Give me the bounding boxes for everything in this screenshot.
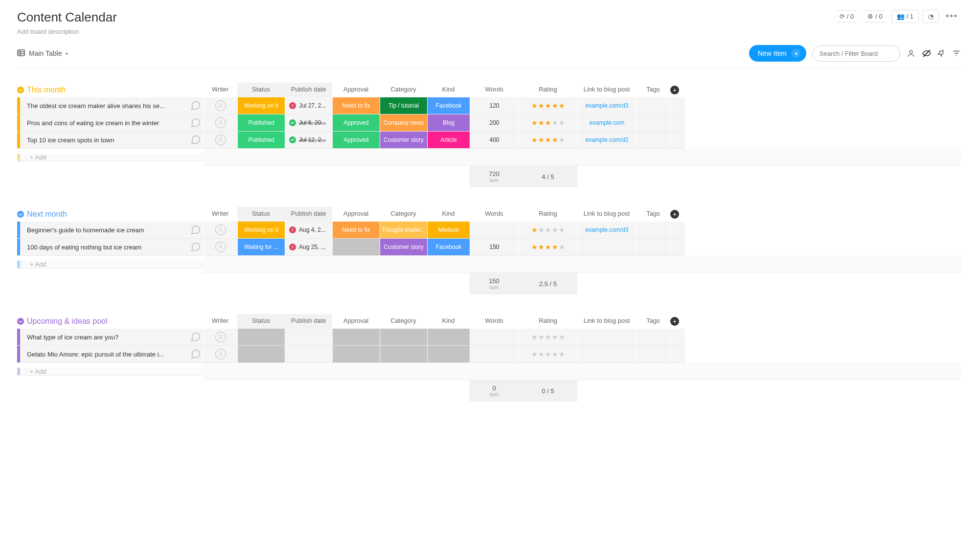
item-name[interactable]: The oldest ice cream maker alive shares … — [20, 102, 188, 110]
tags-cell[interactable] — [636, 97, 670, 114]
column-header-approval[interactable]: Approval — [332, 83, 380, 97]
column-header-publish[interactable]: Publish date — [285, 207, 332, 222]
column-header-link[interactable]: Link to blog post — [577, 207, 636, 222]
members-badge[interactable]: 👥/ 1 — [891, 10, 919, 23]
kind-cell[interactable]: Blog — [427, 114, 470, 132]
add-item-row[interactable]: + Add — [17, 149, 961, 166]
item-name[interactable]: 100 days of eating nothing but ice cream — [20, 244, 188, 251]
column-header-tags[interactable]: Tags — [636, 207, 670, 222]
words-cell[interactable]: 150 — [470, 239, 519, 256]
publish-date-cell[interactable]: !Jul 27, 2... — [285, 97, 332, 114]
pin-icon[interactable] — [937, 49, 946, 58]
activity-badge[interactable]: ◔ — [923, 10, 939, 23]
status-cell[interactable]: Published — [237, 132, 285, 149]
words-cell[interactable] — [470, 329, 519, 346]
link-cell[interactable]: example.com/d2 — [577, 132, 636, 149]
writer-cell[interactable] — [203, 132, 237, 149]
board-description[interactable]: Add board description — [17, 28, 117, 35]
writer-cell[interactable] — [203, 97, 237, 114]
column-header-publish[interactable]: Publish date — [285, 314, 332, 329]
view-switcher[interactable]: Main Table ▾ — [17, 49, 68, 58]
link-cell[interactable]: example.com — [577, 114, 636, 132]
approval-cell[interactable]: Approved — [332, 132, 380, 149]
kind-cell[interactable] — [427, 329, 470, 346]
tags-cell[interactable] — [636, 114, 670, 132]
words-cell[interactable] — [470, 346, 519, 363]
approval-cell[interactable] — [332, 239, 380, 256]
add-column-button[interactable]: + — [670, 207, 685, 222]
chat-icon[interactable] — [188, 332, 203, 342]
chat-icon[interactable] — [188, 242, 203, 252]
table-row[interactable]: The oldest ice cream maker alive shares … — [17, 97, 961, 114]
link-cell[interactable] — [577, 346, 636, 363]
approval-cell[interactable] — [332, 329, 380, 346]
writer-cell[interactable] — [203, 222, 237, 239]
status-cell[interactable]: Waiting for ... — [237, 239, 285, 256]
approval-cell[interactable]: Need to fix — [332, 222, 380, 239]
status-cell[interactable]: Published — [237, 114, 285, 132]
publish-date-cell[interactable] — [285, 329, 332, 346]
rating-cell[interactable]: ★★★★★ — [519, 132, 577, 149]
tags-cell[interactable] — [636, 329, 670, 346]
table-row[interactable]: Pros and cons of eating ice cream in the… — [17, 114, 961, 132]
column-header-writer[interactable]: Writer — [203, 314, 237, 329]
column-header-status[interactable]: Status — [237, 314, 285, 329]
chat-icon[interactable] — [188, 117, 203, 128]
kind-cell[interactable]: Facebook — [427, 239, 470, 256]
column-header-tags[interactable]: Tags — [636, 83, 670, 97]
column-header-approval[interactable]: Approval — [332, 207, 380, 222]
chat-icon[interactable] — [188, 224, 203, 235]
group-title[interactable]: This month — [27, 86, 66, 94]
writer-cell[interactable] — [203, 114, 237, 132]
table-row[interactable]: Top 10 ice cream spots in townPublished✓… — [17, 132, 961, 149]
kind-cell[interactable]: Article — [427, 132, 470, 149]
status-cell[interactable]: Working on it — [237, 222, 285, 239]
column-header-words[interactable]: Words — [470, 314, 519, 329]
item-name[interactable]: What type of ice cream are you? — [20, 334, 188, 341]
more-menu-icon[interactable]: ••• — [943, 11, 961, 22]
item-name[interactable]: Top 10 ice cream spots in town — [20, 136, 188, 144]
column-header-category[interactable]: Category — [380, 314, 427, 329]
publish-date-cell[interactable] — [285, 346, 332, 363]
column-header-approval[interactable]: Approval — [332, 314, 380, 329]
rating-cell[interactable]: ★★★★★ — [519, 346, 577, 363]
group-collapse-toggle[interactable] — [17, 87, 24, 93]
writer-cell[interactable] — [203, 239, 237, 256]
automations-badge[interactable]: ⚙/ 0 — [863, 10, 887, 22]
category-cell[interactable]: Company news — [380, 114, 427, 132]
column-header-status[interactable]: Status — [237, 207, 285, 222]
group-collapse-toggle[interactable] — [17, 211, 24, 218]
column-header-writer[interactable]: Writer — [203, 207, 237, 222]
rating-cell[interactable]: ★★★★★ — [519, 97, 577, 114]
chat-icon[interactable] — [188, 134, 203, 145]
chat-icon[interactable] — [188, 100, 203, 111]
publish-date-cell[interactable]: ✓Jul 12, 2... — [285, 132, 332, 149]
writer-cell[interactable] — [203, 346, 237, 363]
column-header-tags[interactable]: Tags — [636, 314, 670, 329]
link-cell[interactable]: example.com/d3 — [577, 222, 636, 239]
add-column-button[interactable]: + — [670, 314, 685, 329]
chat-icon[interactable] — [188, 349, 203, 359]
status-cell[interactable] — [237, 329, 285, 346]
status-cell[interactable]: Working on it — [237, 97, 285, 114]
category-cell[interactable] — [380, 329, 427, 346]
tags-cell[interactable] — [636, 239, 670, 256]
filter-icon[interactable] — [952, 49, 961, 58]
hide-icon[interactable] — [922, 48, 932, 58]
words-cell[interactable]: 120 — [470, 97, 519, 114]
column-header-kind[interactable]: Kind — [427, 314, 470, 329]
column-header-kind[interactable]: Kind — [427, 207, 470, 222]
tags-cell[interactable] — [636, 346, 670, 363]
column-header-category[interactable]: Category — [380, 207, 427, 222]
column-header-category[interactable]: Category — [380, 83, 427, 97]
item-name[interactable]: Beginner's guide to homemade ice cream — [20, 226, 188, 234]
rating-cell[interactable]: ★★★★★ — [519, 329, 577, 346]
integrations-badge[interactable]: ⟳/ 0 — [835, 10, 859, 22]
column-header-rating[interactable]: Rating — [519, 83, 577, 97]
kind-cell[interactable]: Facebook — [427, 97, 470, 114]
category-cell[interactable]: Tip / tutorial — [380, 97, 427, 114]
status-cell[interactable] — [237, 346, 285, 363]
link-cell[interactable]: example.com/d3 — [577, 97, 636, 114]
person-filter-icon[interactable] — [906, 48, 916, 58]
tags-cell[interactable] — [636, 132, 670, 149]
